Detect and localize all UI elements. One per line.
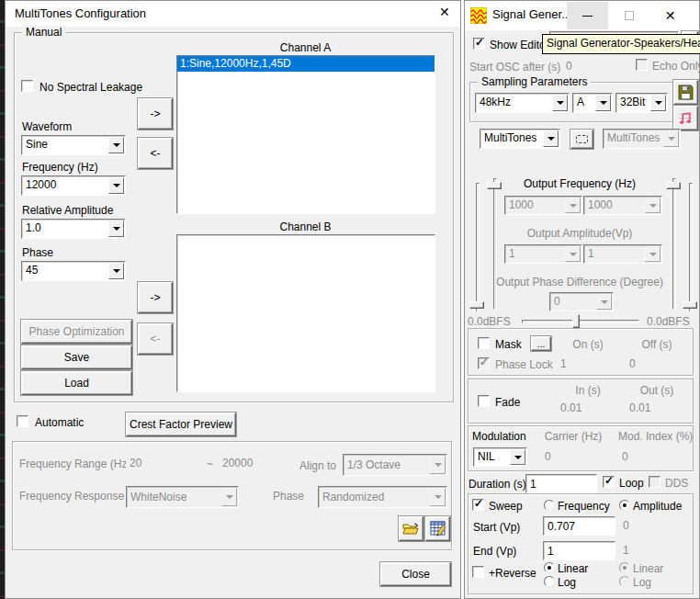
multitones-titlebar[interactable]: MultiTones Configuration ✕ <box>6 1 460 27</box>
duration-field[interactable]: 1 <box>525 474 597 493</box>
loop-checkbox[interactable]: ✓ <box>603 476 615 488</box>
mask-checkbox[interactable] <box>478 337 490 349</box>
tone-preview-button[interactable] <box>673 106 698 130</box>
mask-label[interactable]: Mask <box>495 338 522 351</box>
start-vp-b-field: 0 <box>619 516 687 536</box>
loop-label[interactable]: Loop <box>619 477 644 490</box>
waveform-label: Waveform <box>22 120 72 133</box>
level-slider-left-outer-thumb[interactable] <box>469 301 484 309</box>
automatic-label[interactable]: Automatic <box>35 416 84 429</box>
minimize-icon <box>582 16 593 17</box>
dropdown-arrow-icon <box>645 246 660 262</box>
dropdown-arrow-icon[interactable] <box>108 263 124 279</box>
sample-channel-select[interactable]: A <box>572 93 613 113</box>
add-to-channel-a-button[interactable]: -> <box>138 98 173 130</box>
automatic-checkbox[interactable] <box>17 415 28 427</box>
floppy-disk-icon <box>678 85 694 100</box>
dropdown-arrow-icon <box>430 488 446 506</box>
crest-factor-preview-button[interactable]: Crest Factor Preview <box>126 413 236 436</box>
output-amplitude-a-select: 1 <box>504 244 582 264</box>
output-amplitude-b-select: 1 <box>583 244 662 264</box>
frequency-select[interactable]: 12000 <box>21 175 126 196</box>
list-item-selected[interactable]: 1:Sine,12000Hz,1,45D <box>177 56 435 72</box>
remove-from-channel-a-button[interactable]: <- <box>138 138 173 169</box>
dropdown-arrow-icon[interactable] <box>543 130 559 147</box>
level-slider-right-inner[interactable] <box>672 178 676 310</box>
save-signal-button[interactable] <box>673 80 698 105</box>
open-file-button[interactable] <box>399 516 423 541</box>
level-slider-left-inner-thumb[interactable] <box>487 182 502 189</box>
fade-checkbox[interactable] <box>478 395 490 407</box>
frequency-response-select: WhiteNoise <box>126 486 239 508</box>
add-to-channel-b-button[interactable]: -> <box>138 282 173 313</box>
sweep-amplitude-label[interactable]: Amplitude <box>633 500 682 513</box>
sweep-frequency-radio[interactable] <box>544 500 555 511</box>
no-spectral-leakage-label[interactable]: No Spectral Leakage <box>40 81 142 94</box>
close-button[interactable]: Close <box>380 562 451 586</box>
dbfs-left-label: 0.0dBFS <box>468 315 511 328</box>
relative-amplitude-select[interactable]: 1.0 <box>21 219 126 239</box>
close-icon[interactable]: ✕ <box>439 6 450 18</box>
phase-lock-label: Phase Lock <box>495 358 553 371</box>
maximize-button[interactable] <box>608 2 649 29</box>
channel-a-list[interactable]: 1:Sine,12000Hz,1,45D <box>176 55 435 214</box>
dropdown-arrow-icon[interactable] <box>510 449 525 465</box>
mask-browse-button[interactable]: ... <box>531 336 551 351</box>
sample-bits-select[interactable]: 32Bit <box>615 93 668 113</box>
level-slider-right-outer[interactable] <box>689 183 693 311</box>
minimize-button[interactable] <box>567 2 608 29</box>
start-osc-label: Start OSC after (s) <box>469 61 560 73</box>
level-slider-right-inner-thumb[interactable] <box>666 182 681 189</box>
generator-type-select[interactable]: MultiTones <box>480 129 560 149</box>
phase-select[interactable]: 45 <box>21 261 126 281</box>
dropdown-arrow-icon <box>645 198 660 213</box>
sweep-amplitude-radio[interactable] <box>619 500 630 511</box>
echo-only-label: Echo Only <box>652 60 700 73</box>
waveform-select[interactable]: Sine <box>21 135 126 155</box>
carrier-label: Carrier (Hz) <box>541 430 605 443</box>
dropdown-arrow-icon[interactable] <box>650 95 666 111</box>
reverse-checkbox[interactable] <box>472 566 484 578</box>
dropdown-arrow-icon[interactable] <box>595 95 611 111</box>
range-separator: ~ <box>207 458 213 470</box>
reverse-label[interactable]: +Reverse <box>489 567 536 580</box>
sweep-label[interactable]: Sweep <box>489 500 523 513</box>
balance-slider[interactable] <box>522 320 639 323</box>
show-editor-checkbox[interactable]: ✓ <box>473 38 485 50</box>
music-notes-icon <box>678 110 694 126</box>
generator-config-button[interactable] <box>570 130 593 149</box>
dropdown-arrow-icon[interactable] <box>552 95 568 111</box>
sweep-frequency-label[interactable]: Frequency <box>558 500 610 513</box>
sample-rate-select[interactable]: 48kHz <box>475 93 570 113</box>
show-editor-label[interactable]: Show Editor <box>490 39 549 51</box>
scale-linear-label[interactable]: Linear <box>558 562 588 575</box>
dds-label: DDS <box>665 477 688 490</box>
sweep-checkbox[interactable]: ✓ <box>472 499 484 511</box>
level-slider-left-outer[interactable] <box>476 183 480 311</box>
start-vp-field[interactable]: 0.707 <box>543 516 615 536</box>
scale-linear-radio[interactable] <box>544 562 555 573</box>
save-button[interactable]: Save <box>21 345 132 369</box>
start-osc-field: 0 <box>562 57 645 76</box>
level-slider-left-inner[interactable] <box>493 178 497 310</box>
no-spectral-leakage-checkbox[interactable] <box>21 80 33 92</box>
dropdown-arrow-icon[interactable] <box>108 177 124 194</box>
balance-slider-thumb[interactable] <box>572 314 580 328</box>
edit-table-button[interactable] <box>425 516 450 541</box>
phase-mode-select: Randomized <box>318 486 447 508</box>
close-button-titlebar[interactable]: ✕ <box>649 2 691 29</box>
channel-b-list[interactable] <box>176 234 435 392</box>
load-button[interactable]: Load <box>21 371 132 395</box>
dropdown-arrow-icon[interactable] <box>108 137 124 153</box>
level-slider-right-outer-thumb[interactable] <box>683 301 697 309</box>
dropdown-arrow-icon[interactable] <box>108 220 124 237</box>
fade-label[interactable]: Fade <box>495 396 520 409</box>
fade-in-label: In (s) <box>557 384 619 397</box>
signal-generator-titlebar[interactable]: Signal Gener... ✕ <box>465 1 699 30</box>
sampling-parameters-label: Sampling Parameters <box>478 75 591 88</box>
end-vp-field[interactable]: 1 <box>543 541 615 560</box>
close-icon: ✕ <box>665 8 676 23</box>
scale-log-radio[interactable] <box>544 576 555 587</box>
scale-log-label[interactable]: Log <box>558 576 576 589</box>
modulation-select[interactable]: NIL <box>473 447 527 467</box>
